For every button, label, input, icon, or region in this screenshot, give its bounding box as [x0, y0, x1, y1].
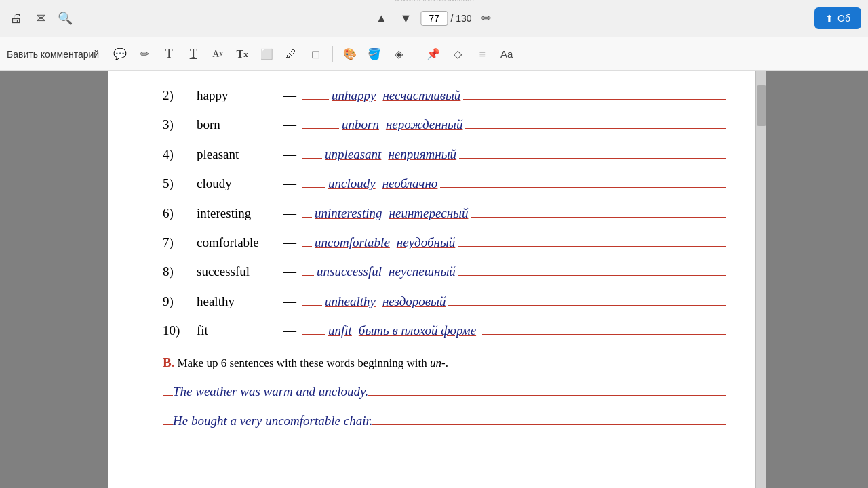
un-text: un- — [430, 357, 446, 369]
answer-line-6: uninteresting неинтересный — [302, 203, 726, 224]
answer-en-healthy: unhealthy — [325, 291, 376, 312]
english-word-successful: successful — [197, 262, 278, 282]
exercise-item-5: 5) cloudy — uncloudy необлачно — [163, 173, 726, 194]
english-word-interesting: interesting — [197, 203, 278, 224]
answer-line-10: unfit быть в плохой форме — [302, 320, 726, 341]
suffix-line-3 — [465, 114, 726, 129]
share-button[interactable]: ⬆ Об — [814, 7, 861, 29]
dash-7: — — [283, 232, 296, 253]
sentence-1-prefix — [163, 381, 173, 396]
answer-en-interesting: uninteresting — [315, 203, 382, 224]
suffix-line-8 — [458, 261, 726, 276]
color-picker-icon[interactable]: 🎨 — [340, 44, 360, 64]
answer-en-comfortable: uncomfortable — [315, 232, 390, 253]
type-c-icon[interactable]: ⬜ — [256, 44, 277, 64]
suffix-line-2 — [463, 85, 726, 100]
dash-3: — — [283, 115, 296, 135]
answer-en-successful: unsuccessful — [317, 262, 382, 282]
text-tool-icon[interactable]: T — [159, 44, 179, 64]
answer-line-4: unpleasant неприятный — [302, 144, 726, 165]
answer-en-fit: unfit — [328, 321, 352, 341]
tool-separator-2 — [416, 46, 416, 62]
vertical-scrollbar[interactable] — [755, 71, 766, 488]
exercise-item-10: 10) fit — unfit быть в плохой форме — [163, 320, 726, 341]
font-icon[interactable]: Aa — [496, 44, 517, 64]
page-number-input[interactable] — [420, 11, 448, 26]
prefix-line-7 — [302, 232, 312, 247]
section-b: B. Make up 6 sentences with these words … — [163, 355, 726, 428]
toolbar-top: 🖨 ✉ 🔍 www.BANDICAM.com ▲ ▼ / 130 ✏ ⬆ Об — [0, 0, 868, 37]
english-word-cloudy: cloudy — [197, 174, 278, 194]
answer-en-happy: unhappy — [332, 85, 376, 106]
share-label: Об — [837, 13, 850, 24]
answer-ru-fit: быть в плохой форме — [359, 321, 476, 341]
dash-10: — — [283, 321, 296, 341]
email-icon[interactable]: ✉ — [31, 9, 50, 28]
item-number-7: 7) — [163, 232, 197, 253]
eraser-icon[interactable]: ◻ — [305, 44, 326, 64]
main-area: 2) happy — unhappy несчастливый 3) born … — [0, 71, 868, 488]
english-word-born: born — [197, 115, 278, 135]
english-word-fit: fit — [197, 321, 278, 341]
answer-ru-comfortable: неудобный — [397, 232, 455, 253]
shapes-icon[interactable]: ◇ — [448, 44, 468, 64]
nav-down-icon[interactable]: ▼ — [396, 9, 415, 28]
answer-ru-cloudy: необлачно — [382, 174, 438, 194]
prefix-line-4 — [302, 144, 322, 159]
tool-separator-1 — [332, 46, 333, 62]
text-tool2-icon[interactable]: T — [183, 44, 203, 64]
dash-5: — — [283, 174, 296, 194]
pen-icon[interactable]: ✏ — [477, 9, 496, 28]
page-container: 2) happy — unhappy несчастливый 3) born … — [108, 71, 766, 488]
exercise-item-2: 2) happy — unhappy несчастливый — [163, 85, 726, 106]
answer-ru-pleasant: неприятный — [388, 144, 456, 165]
answer-line-3: unborn нерожденный — [302, 114, 726, 135]
scrollbar-thumb[interactable] — [757, 85, 766, 126]
english-word-happy: happy — [197, 85, 278, 106]
answer-en-pleasant: unpleasant — [325, 144, 381, 165]
suffix-line-4 — [459, 144, 726, 159]
print-icon[interactable]: 🖨 — [7, 9, 26, 28]
prefix-line-6 — [302, 203, 312, 218]
type-a-icon[interactable]: Ax — [208, 44, 228, 64]
comment-tool-icon[interactable]: 💬 — [110, 44, 130, 64]
sentence-2-container: He bought a very uncomfortable chair. — [163, 410, 726, 428]
answer-ru-born: нерожденный — [386, 115, 463, 135]
sentence-2-prefix — [163, 410, 173, 425]
sentence-2-text: He bought a very uncomfortable chair. — [173, 413, 372, 428]
suffix-line-5 — [440, 173, 726, 188]
sentence-1-underline — [368, 381, 726, 396]
answer-ru-happy: несчастливый — [382, 85, 460, 106]
item-number-4: 4) — [163, 144, 197, 165]
exercise-item-6: 6) interesting — uninteresting неинтерес… — [163, 203, 726, 224]
fill-icon[interactable]: 🪣 — [364, 44, 384, 64]
nav-up-icon[interactable]: ▲ — [372, 9, 391, 28]
item-number-8: 8) — [163, 262, 197, 282]
highlight-icon[interactable]: 🖊 — [281, 44, 301, 64]
answer-line-2: unhappy несчастливый — [302, 85, 726, 106]
prefix-line-9 — [302, 291, 322, 306]
page-navigation: www.BANDICAM.com ▲ ▼ / 130 ✏ — [372, 9, 496, 28]
fill2-icon[interactable]: ◈ — [389, 44, 409, 64]
page-info: / 130 — [420, 11, 471, 26]
lines-icon[interactable]: ≡ — [472, 44, 492, 64]
pencil-tool-icon[interactable]: ✏ — [134, 44, 155, 64]
answer-ru-interesting: неинтересный — [389, 203, 469, 224]
exercise-item-4: 4) pleasant — unpleasant неприятный — [163, 144, 726, 165]
search-icon[interactable]: 🔍 — [56, 9, 75, 28]
type-b-icon[interactable]: Tx — [232, 44, 252, 64]
dash-6: — — [283, 203, 296, 224]
bandicam-watermark: www.BANDICAM.com — [394, 0, 474, 3]
pin-icon[interactable]: 📌 — [423, 44, 443, 64]
english-word-pleasant: pleasant — [197, 144, 278, 165]
toolbar-second: Бавить комментарий 💬 ✏ T T Ax Tx ⬜ 🖊 ◻ 🎨… — [0, 37, 868, 71]
prefix-line-2 — [302, 85, 329, 100]
answer-line-7: uncomfortable неудобный — [302, 232, 726, 253]
dash-2: — — [283, 85, 296, 106]
item-number-5: 5) — [163, 174, 197, 194]
answer-ru-healthy: нездоровый — [382, 291, 446, 312]
prefix-line-8 — [302, 261, 314, 276]
prefix-line-10 — [302, 320, 326, 335]
item-number-9: 9) — [163, 291, 197, 312]
share-icon: ⬆ — [825, 13, 833, 24]
